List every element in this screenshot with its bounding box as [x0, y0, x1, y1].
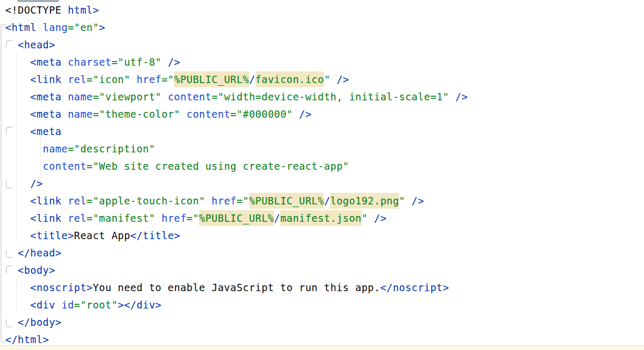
code-token	[5, 264, 18, 276]
code-token: rel	[68, 212, 87, 224]
code-token: ="root"	[74, 299, 118, 311]
code-line-11[interactable]: />	[0, 175, 644, 192]
code-token	[161, 91, 168, 102]
code-token	[405, 195, 412, 207]
code-token: <meta	[30, 108, 68, 120]
code-token: href	[161, 212, 187, 224]
code-token: ="en"	[68, 22, 99, 33]
code-line-8[interactable]: <meta	[0, 123, 644, 140]
code-token: />	[374, 212, 387, 224]
code-token: <meta	[30, 56, 68, 68]
code-token: rel	[68, 195, 87, 207]
code-line-13[interactable]: <link rel="manifest" href="%PUBLIC_URL%/…	[0, 210, 644, 227]
code-token	[5, 143, 43, 155]
code-token: <div	[30, 299, 62, 311]
code-line-14[interactable]: <title>React App</title>	[0, 227, 644, 244]
code-token: <title>	[30, 230, 74, 241]
code-token: href	[137, 74, 162, 85]
code-token: <html	[5, 22, 43, 33]
code-token	[5, 126, 30, 137]
code-token: /	[249, 74, 255, 85]
code-token	[5, 212, 30, 224]
code-token: </head>	[18, 247, 62, 259]
code-token: <link	[30, 195, 68, 207]
code-token: name	[68, 108, 93, 120]
code-token	[5, 160, 43, 172]
code-token: content	[168, 91, 211, 102]
code-token: lang	[43, 22, 68, 33]
code-token	[5, 91, 30, 102]
code-token: html>	[68, 4, 99, 16]
code-line-1[interactable]: <!DOCTYPE html>	[0, 2, 644, 19]
code-token: You need to enable JavaScript to run thi…	[93, 282, 380, 293]
code-line-19[interactable]: </body>	[0, 314, 644, 331]
code-token: React App	[74, 230, 130, 241]
code-token: content	[187, 108, 230, 120]
code-token: "	[324, 74, 330, 85]
code-token	[5, 230, 30, 241]
code-token: <head>	[18, 39, 55, 50]
code-token	[5, 74, 30, 85]
code-token: charset	[68, 56, 111, 68]
code-line-17[interactable]: <noscript>You need to enable JavaScript …	[0, 279, 644, 296]
code-token	[449, 91, 455, 102]
code-token: <noscript>	[30, 282, 93, 293]
code-token: %PUBLIC_URL%	[249, 193, 324, 209]
code-token	[130, 74, 137, 85]
code-token: "	[362, 212, 368, 224]
code-line-10[interactable]: content="Web site created using create-r…	[0, 158, 644, 175]
code-token: />	[412, 195, 424, 207]
code-token	[5, 108, 30, 120]
code-line-18[interactable]: <div id="root"></div>	[0, 296, 644, 314]
code-token: />	[30, 178, 43, 189]
code-token: href	[211, 195, 237, 207]
code-token: name	[68, 91, 93, 102]
code-token: <meta	[30, 126, 62, 137]
code-token: logo192.png	[330, 193, 399, 209]
code-token: ></div>	[118, 299, 161, 311]
code-token	[5, 299, 30, 311]
code-token	[330, 74, 336, 85]
code-token	[5, 56, 30, 68]
code-token	[5, 178, 30, 189]
code-line-15[interactable]: </head>	[0, 244, 644, 262]
code-token: /	[324, 195, 330, 207]
code-token: content	[43, 160, 86, 172]
code-token	[161, 56, 168, 68]
code-token	[5, 195, 30, 207]
code-line-12[interactable]: <link rel="apple-touch-icon" href="%PUBL…	[0, 192, 644, 210]
code-line-9[interactable]: name="description"	[0, 140, 644, 158]
code-line-6[interactable]: <meta name="viewport" content="width=dev…	[0, 88, 644, 106]
code-token: ="	[237, 195, 249, 207]
code-token: ="description"	[68, 143, 155, 155]
code-token: <link	[30, 212, 68, 224]
code-line-4[interactable]: <meta charset="utf-8" />	[0, 54, 644, 71]
code-token: ="icon"	[87, 74, 130, 85]
code-token: name	[43, 143, 68, 155]
code-line-2[interactable]: <html lang="en">	[0, 19, 644, 36]
code-token: ="Web site created using create-react-ap…	[87, 160, 349, 172]
code-token: <link	[30, 74, 68, 85]
code-token	[5, 39, 18, 50]
code-line-3[interactable]: <head>	[0, 36, 644, 54]
code-token: favicon.ico	[255, 71, 324, 87]
code-line-5[interactable]: <link rel="icon" href="%PUBLIC_URL%/favi…	[0, 71, 644, 88]
code-line-16[interactable]: <body>	[0, 262, 644, 279]
code-token: >	[99, 22, 105, 33]
code-token: %PUBLIC_URL%	[199, 210, 274, 226]
code-token: manifest.json	[280, 210, 362, 226]
code-token: ="manifest"	[87, 212, 156, 224]
code-token: ="theme-color"	[93, 108, 180, 120]
code-token	[5, 316, 18, 328]
bottom-strip	[0, 345, 644, 350]
code-area[interactable]: <!DOCTYPE html><html lang="en"> <head> <…	[0, 2, 644, 348]
code-token	[5, 247, 18, 259]
code-token: <body>	[18, 264, 55, 276]
code-token: "	[399, 195, 405, 207]
code-token	[5, 282, 30, 293]
code-token	[155, 212, 161, 224]
code-token: />	[299, 108, 312, 120]
code-token: <!DOCTYPE	[5, 4, 68, 16]
code-token: />	[336, 74, 349, 85]
code-line-7[interactable]: <meta name="theme-color" content="#00000…	[0, 106, 644, 123]
